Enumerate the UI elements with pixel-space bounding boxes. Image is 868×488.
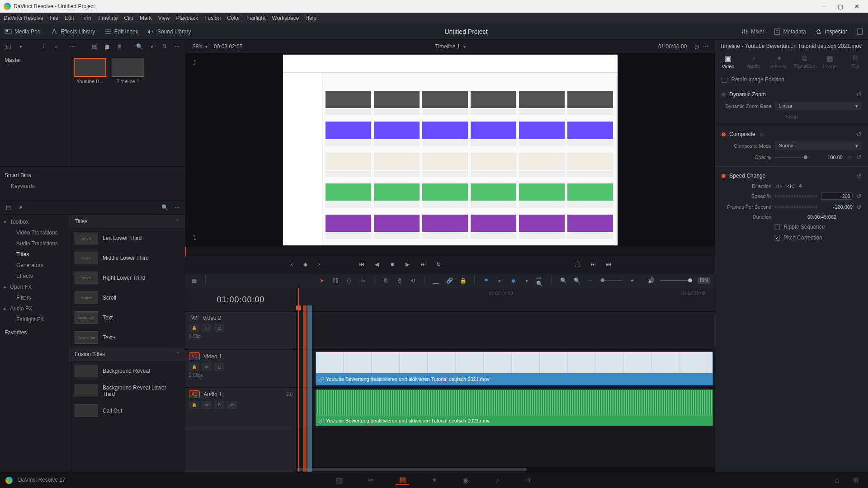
inspector-tab-transition[interactable]: ⧉Transition	[792, 52, 817, 72]
lock-track-icon[interactable]: 🔒	[189, 401, 199, 409]
deliver-page-icon[interactable]: ✈	[522, 475, 536, 485]
fx-more-icon[interactable]: ⋯	[173, 203, 182, 212]
flag-icon[interactable]: ⚑	[482, 277, 490, 285]
fusion-title-item[interactable]: Call Out	[69, 401, 185, 421]
zoom-minus-icon[interactable]: −	[586, 277, 594, 285]
track-id[interactable]: A1	[189, 390, 200, 398]
marker-icon[interactable]: ◆	[509, 277, 517, 285]
search-dropdown-icon[interactable]: ▾	[147, 42, 156, 51]
viewer-scrubber[interactable]	[185, 247, 715, 256]
blade-tool-icon[interactable]: ▭	[359, 277, 367, 285]
menu-item[interactable]: Timeline	[97, 15, 118, 21]
auto-select-icon[interactable]: ▭	[202, 401, 212, 409]
range-icon[interactable]: ▭🔍	[536, 277, 544, 285]
stop-icon[interactable]: ■	[388, 260, 397, 269]
prev-marker-icon[interactable]: ‹	[288, 260, 297, 269]
fusion-titles-group-header[interactable]: Fusion Titles ⌃	[69, 347, 185, 361]
menu-item[interactable]: File	[50, 15, 58, 21]
options-icon[interactable]: ⋯	[68, 42, 77, 51]
fx-node-effects[interactable]: Effects	[0, 271, 69, 282]
fairlight-page-icon[interactable]: ♪	[491, 475, 504, 485]
mixer-toggle[interactable]: Mixer	[741, 28, 764, 35]
dim-button[interactable]: DIM	[698, 277, 710, 284]
title-item[interactable]: sampleLeft Lower Third	[69, 228, 185, 248]
marker-dropdown-icon[interactable]: ▾	[523, 277, 531, 285]
media-clip[interactable]: Youtube B...	[74, 58, 106, 84]
match-frame-icon[interactable]: ⤴	[189, 57, 200, 68]
collapse-icon[interactable]: ⌃	[175, 218, 180, 225]
menu-item[interactable]: Mark	[140, 15, 152, 21]
auto-select-icon[interactable]: ▭	[202, 363, 212, 371]
title-item[interactable]: Custom TitleText+	[69, 328, 185, 347]
step-back-icon[interactable]: ◀	[373, 260, 382, 269]
inspector-tab-file[interactable]: ⎘File	[843, 52, 868, 72]
reset-icon[interactable]: ↺	[856, 203, 862, 211]
pitch-correction-check[interactable]: Pitch Correction	[783, 235, 822, 241]
inspector-toggle[interactable]: Inspector	[815, 28, 847, 35]
timeline-view-options-icon[interactable]: ▦	[190, 277, 198, 285]
fusion-title-item[interactable]: Background Reveal	[69, 361, 185, 381]
title-item[interactable]: sampleMiddle Lower Third	[69, 248, 185, 268]
sound-library-toggle[interactable]: Sound Library	[147, 28, 191, 35]
track-name[interactable]: Video 2	[203, 315, 221, 321]
menu-item[interactable]: Playback	[176, 15, 198, 21]
search-icon[interactable]: 🔍	[135, 42, 144, 51]
enable-dot-icon[interactable]	[722, 132, 726, 136]
fx-node-audiofx[interactable]: Audio FX	[0, 303, 69, 314]
duration-value[interactable]: 00:00:45:062	[807, 214, 862, 220]
track-lane-v1[interactable]: Youtube Bewertung deaktivieren und aktiv…	[297, 350, 715, 388]
playhead[interactable]	[298, 288, 299, 472]
overwrite-clip-icon[interactable]: ⎗	[395, 277, 403, 285]
ease-select[interactable]: Linear▾	[775, 102, 862, 110]
timeline-dropdown-icon[interactable]: ▾	[463, 44, 466, 49]
track-lane-a1[interactable]: Youtube Bewertung deaktivieren und aktiv…	[297, 388, 715, 428]
menu-item[interactable]: Color	[227, 15, 240, 21]
enable-dot-icon[interactable]	[722, 93, 726, 97]
fx-node-generators[interactable]: Generators	[0, 260, 69, 271]
fx-node-video-transitions[interactable]: Video Transitions	[0, 227, 69, 238]
video-clip[interactable]: Youtube Bewertung deaktivieren und aktiv…	[316, 352, 713, 385]
zoom-fit-icon[interactable]: 🔍	[559, 277, 567, 285]
mark-icon[interactable]: ◆	[301, 260, 310, 269]
overwrite-icon[interactable]: ⬚	[573, 260, 582, 269]
checkbox-on-icon[interactable]	[774, 235, 780, 241]
composite-header[interactable]: Composite ◇ ↺	[715, 129, 868, 140]
fx-dropdown-icon[interactable]: ▾	[16, 203, 25, 212]
go-start-icon[interactable]: ⏮	[357, 260, 366, 269]
flag-dropdown-icon[interactable]: ▾	[495, 277, 504, 285]
speed-slider[interactable]	[775, 195, 817, 197]
disable-track-icon[interactable]: ◻	[214, 324, 224, 332]
dynamic-trim-icon[interactable]: ⟨⟩	[345, 277, 353, 285]
opacity-value[interactable]: 100.00	[811, 155, 843, 160]
go-out-icon[interactable]: ⏮	[604, 260, 613, 269]
snap-icon[interactable]: ⎯⎯	[432, 277, 440, 285]
effects-library-toggle[interactable]: Effects Library	[51, 28, 95, 35]
menu-item[interactable]: Help	[305, 15, 316, 21]
checkbox-off-icon[interactable]	[774, 224, 780, 230]
menu-item[interactable]: Edit	[65, 15, 74, 21]
play-icon[interactable]: ▶	[403, 260, 412, 269]
reset-icon[interactable]: ↺	[856, 154, 862, 161]
speed-change-header[interactable]: Speed Change ↺	[715, 170, 868, 181]
audio-clip[interactable]: Youtube Bewertung deaktivieren und aktiv…	[316, 389, 713, 426]
track-id[interactable]: V2	[189, 314, 199, 321]
home-icon[interactable]: ⌂	[830, 475, 844, 485]
disable-track-icon[interactable]: ◻	[214, 363, 224, 371]
mute-button[interactable]: M	[227, 401, 237, 409]
smart-bin-keywords[interactable]: Keywords	[0, 181, 185, 191]
replace-icon[interactable]: ⟲	[409, 277, 417, 285]
timeline-ruler[interactable]: 01:01:14:00 01:02:28:00	[297, 288, 715, 312]
fx-node-titles[interactable]: Titles	[0, 249, 69, 260]
track-name[interactable]: Audio 1	[203, 391, 222, 398]
lock-track-icon[interactable]: 🔒	[189, 363, 199, 371]
color-page-icon[interactable]: ◉	[459, 475, 472, 485]
edit-page-icon[interactable]: ▤	[396, 475, 409, 485]
freeze-frame-icon[interactable]: ❄	[798, 183, 802, 189]
title-item[interactable]: Basic TitleText	[69, 308, 185, 328]
menu-item[interactable]: DaVinci Resolve	[4, 15, 43, 21]
next-marker-icon[interactable]: ›	[315, 260, 324, 269]
thumb-view-icon[interactable]: ▦	[102, 42, 111, 51]
composite-mode-select[interactable]: Normal▾	[775, 141, 862, 150]
metadata-toggle[interactable]: Metadata	[774, 28, 806, 35]
menu-item[interactable]: Clip	[124, 15, 133, 21]
